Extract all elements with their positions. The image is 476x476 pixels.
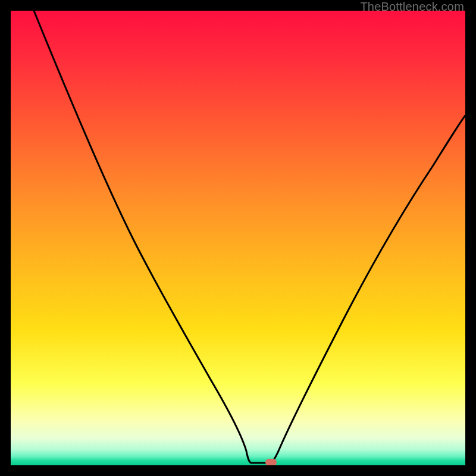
chart-frame: TheBottleneck.com xyxy=(0,0,476,476)
optimal-marker xyxy=(265,459,277,465)
attribution-text: TheBottleneck.com xyxy=(360,0,464,14)
plot-area xyxy=(11,11,465,465)
curve-svg xyxy=(11,11,465,465)
bottleneck-curve xyxy=(34,11,465,463)
